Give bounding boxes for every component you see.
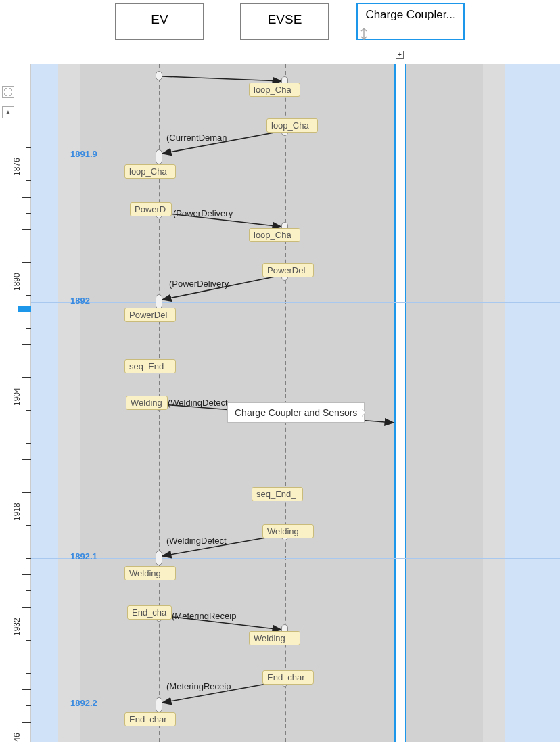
activation-ev[interactable] bbox=[156, 149, 162, 164]
ruler-tick-minor bbox=[26, 558, 31, 559]
message-label: (CurrentDeman bbox=[166, 133, 227, 143]
state-tag[interactable]: loop_Cha bbox=[249, 83, 300, 97]
ruler-tick-minor bbox=[26, 590, 31, 591]
fit-view-button[interactable] bbox=[2, 86, 14, 98]
ruler-tick-minor bbox=[22, 459, 31, 460]
timestamp-label: 1891.9 bbox=[70, 149, 97, 159]
move-handle-icon[interactable] bbox=[359, 28, 369, 40]
scroll-up-button[interactable]: ▲ bbox=[2, 106, 14, 118]
ruler-tick-minor bbox=[26, 180, 31, 181]
ruler-tick-minor bbox=[26, 673, 31, 674]
ruler-tick-minor bbox=[22, 689, 31, 690]
activation-ev[interactable] bbox=[156, 294, 162, 309]
sequence-header: EV EVSE Charge Coupler... + bbox=[0, 0, 560, 51]
state-tag[interactable]: End_char bbox=[262, 670, 314, 685]
ruler-tick-major bbox=[22, 624, 31, 624]
ruler-tick-minor bbox=[22, 542, 31, 542]
ruler-tick-minor bbox=[22, 197, 31, 198]
ruler-tick-minor bbox=[22, 229, 31, 230]
timestamp-line bbox=[31, 558, 560, 559]
ruler-tick-minor bbox=[22, 131, 31, 131]
ruler-tick-minor bbox=[22, 344, 31, 345]
ruler-tick-minor bbox=[22, 312, 31, 312]
message-label: (WeldingDetect bbox=[166, 536, 227, 546]
ruler-tick-minor bbox=[26, 361, 31, 361]
ruler-tick-minor bbox=[22, 657, 31, 657]
ruler-tick-major bbox=[22, 509, 31, 509]
ruler-tick-minor bbox=[22, 722, 31, 723]
ruler-tick-minor bbox=[22, 262, 31, 263]
ruler-major-label: 1876 bbox=[12, 158, 22, 176]
tooltip: Charge Coupler and Sensors bbox=[227, 402, 365, 423]
ruler-tick-minor bbox=[22, 607, 31, 608]
ruler-tick-major bbox=[22, 394, 31, 394]
state-tag[interactable]: loop_Cha bbox=[266, 118, 318, 133]
message-label: (MeteringReceip bbox=[172, 611, 236, 621]
state-tag[interactable]: loop_Cha bbox=[124, 164, 176, 179]
state-tag[interactable]: Welding bbox=[126, 396, 168, 410]
state-tag[interactable]: PowerD bbox=[130, 202, 172, 216]
activation-ev[interactable] bbox=[156, 551, 162, 565]
lifeline-charge-coupler bbox=[394, 64, 406, 742]
ruler-tick-minor bbox=[26, 705, 31, 706]
ruler-major-label: 1932 bbox=[12, 618, 22, 636]
ruler-tick-minor bbox=[22, 427, 31, 427]
timestamp-line bbox=[31, 156, 560, 156]
timestamp-label: 1892.1 bbox=[70, 551, 97, 561]
state-tag[interactable]: End_cha bbox=[127, 605, 172, 620]
state-tag[interactable]: Welding_ bbox=[262, 524, 314, 538]
ruler-tick-minor bbox=[26, 295, 31, 296]
ruler-major-label: 1904 bbox=[12, 388, 22, 406]
ruler-tick-minor bbox=[26, 410, 31, 411]
activation-ev[interactable] bbox=[156, 71, 162, 80]
state-tag[interactable]: Welding_ bbox=[249, 631, 300, 645]
ruler-tick-minor bbox=[26, 476, 31, 476]
ruler-tick-minor bbox=[26, 640, 31, 641]
ruler-tick-major bbox=[22, 279, 31, 279]
ruler-tick-minor bbox=[26, 246, 31, 246]
message-label: (PowerDelivery bbox=[169, 279, 229, 289]
participant-label: EVSE bbox=[268, 12, 302, 26]
state-tag[interactable]: seq_End_ bbox=[124, 359, 176, 373]
ruler-tick-minor bbox=[22, 377, 31, 378]
state-tag[interactable]: PowerDel bbox=[124, 308, 176, 322]
ruler-tick-minor bbox=[26, 525, 31, 526]
state-tag[interactable]: End_char bbox=[124, 712, 176, 726]
participant-ev[interactable]: EV bbox=[115, 3, 204, 40]
timestamp-line bbox=[31, 705, 560, 705]
participant-charge-coupler[interactable]: Charge Coupler... bbox=[356, 3, 465, 40]
timestamp-line bbox=[31, 302, 560, 303]
time-ruler[interactable]: ▲ 187618901904191819321946 bbox=[0, 64, 31, 742]
state-tag[interactable]: Welding_ bbox=[124, 566, 176, 580]
message-label: (MeteringReceip bbox=[166, 681, 231, 691]
timestamp-label: 1892 bbox=[70, 296, 90, 306]
ruler-major-label: 1918 bbox=[12, 503, 22, 521]
participant-label: Charge Coupler... bbox=[365, 8, 455, 21]
state-tag[interactable]: loop_Cha bbox=[249, 228, 300, 242]
ruler-tick-minor bbox=[26, 147, 31, 148]
activation-ev[interactable] bbox=[156, 697, 162, 712]
ruler-tick-minor bbox=[26, 443, 31, 444]
ruler-major-label: 1946 bbox=[12, 733, 22, 742]
state-tag[interactable]: PowerDel bbox=[262, 263, 314, 277]
ruler-tick-major bbox=[22, 164, 31, 164]
ruler-tick-minor bbox=[22, 574, 31, 575]
ruler-tick-minor bbox=[22, 492, 31, 493]
diagram-canvas[interactable]: 1891.9 1892 1892.1 1892.2 bbox=[31, 64, 560, 742]
ruler-tick-major bbox=[22, 739, 31, 739]
tooltip-text: Charge Coupler and Sensors bbox=[235, 407, 357, 418]
ruler-tick-minor bbox=[26, 328, 31, 329]
timestamp-label: 1892.2 bbox=[70, 698, 97, 708]
ruler-major-label: 1890 bbox=[12, 273, 22, 291]
message-label: (WeldingDetect bbox=[168, 398, 228, 408]
ruler-tick-minor bbox=[26, 213, 31, 214]
state-tag[interactable]: seq_End_ bbox=[252, 487, 303, 501]
expand-button[interactable]: + bbox=[396, 51, 404, 59]
message-label: (PowerDelivery bbox=[173, 208, 233, 218]
participant-evse[interactable]: EVSE bbox=[240, 3, 329, 40]
participant-label: EV bbox=[151, 12, 168, 26]
